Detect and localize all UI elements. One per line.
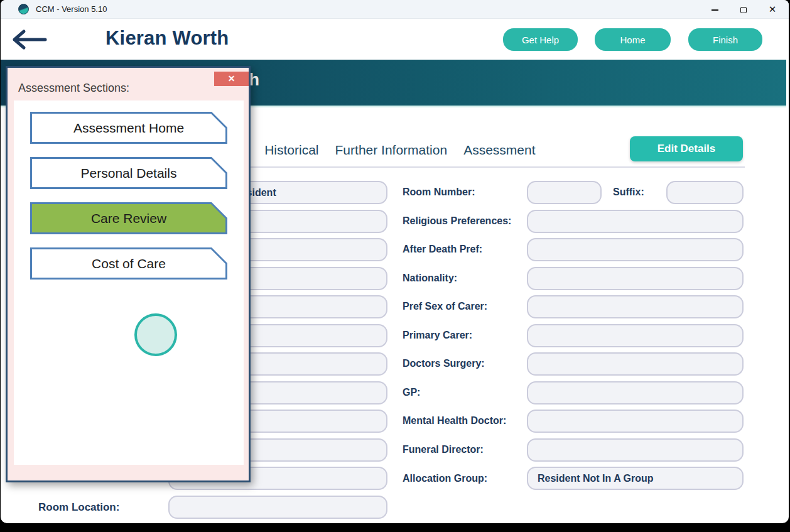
suffix-label: Suffix: [613, 187, 644, 198]
funeral-director-label: Funeral Director: [403, 444, 484, 455]
home-button[interactable]: Home [595, 28, 671, 51]
tab-further-information[interactable]: Further Information [335, 143, 448, 158]
finish-button[interactable]: Finish [688, 28, 762, 51]
suffix-field[interactable] [666, 181, 744, 204]
close-button[interactable]: ✕ [759, 0, 786, 19]
room-location-label: Room Location: [38, 501, 119, 514]
personal-details-button[interactable]: Personal Details [30, 157, 227, 189]
window-title: CCM - Version 5.10 [36, 4, 107, 14]
after-death-pref-field[interactable] [527, 238, 744, 261]
nationality-label: Nationality: [403, 273, 457, 284]
mental-health-doctor-field[interactable] [527, 410, 744, 433]
mental-health-doctor-label: Mental Health Doctor: [403, 415, 506, 426]
religious-preferences-label: Religious Preferences: [403, 215, 511, 227]
allocation-group-field[interactable]: Resident Not In A Group [527, 467, 744, 490]
title-bar: CCM - Version 5.10 ✕ [1, 0, 789, 19]
gp-field[interactable] [527, 381, 744, 404]
doctors-surgery-label: Doctors Surgery: [403, 358, 485, 369]
primary-carer-label: Primary Carer: [403, 330, 472, 341]
care-review-button[interactable]: Care Review [30, 202, 227, 234]
religious-preferences-field[interactable] [527, 210, 744, 233]
assessment-sections-dialog: Assessment Sections: ✕ Assessment Home P… [6, 66, 251, 482]
room-number-label: Room Number: [403, 187, 475, 198]
pref-sex-of-carer-label: Pref Sex of Carer: [403, 301, 487, 312]
header: Kieran Worth Get Help Home Finish [1, 19, 789, 60]
app-logo-icon [18, 4, 29, 14]
primary-carer-field[interactable] [527, 324, 744, 347]
tab-historical[interactable]: Historical [264, 143, 318, 158]
funeral-director-field[interactable] [527, 438, 744, 462]
room-number-field[interactable] [527, 181, 602, 204]
doctors-surgery-field[interactable] [527, 352, 744, 376]
assessment-home-button[interactable]: Assessment Home [30, 112, 227, 144]
pref-sex-of-carer-field[interactable] [527, 295, 744, 318]
room-location-field[interactable] [168, 496, 387, 519]
loading-circle [134, 313, 177, 356]
tab-assessment[interactable]: Assessment [463, 143, 535, 158]
page-title: Kieran Worth [106, 27, 229, 50]
dialog-close-icon[interactable]: ✕ [214, 72, 249, 86]
detail-tabs: Active Historical Further Information As… [212, 143, 536, 158]
nationality-field[interactable] [527, 267, 744, 290]
minimize-button[interactable] [701, 0, 728, 19]
gp-label: GP: [403, 387, 420, 398]
get-help-button[interactable]: Get Help [503, 28, 578, 51]
maximize-button[interactable] [730, 0, 757, 19]
dialog-title: Assessment Sections: [18, 82, 129, 95]
after-death-pref-label: After Death Pref: [403, 244, 482, 255]
back-arrow-icon[interactable] [11, 28, 48, 53]
app-window: CCM - Version 5.10 ✕ Kieran Worth Get He… [1, 0, 789, 523]
cost-of-care-button[interactable]: Cost of Care [30, 247, 227, 280]
edit-details-button[interactable]: Edit Details [630, 136, 743, 161]
allocation-group-label: Allocation Group: [403, 473, 487, 484]
dialog-panel: Assessment Home Personal Details Care Re… [14, 100, 244, 465]
